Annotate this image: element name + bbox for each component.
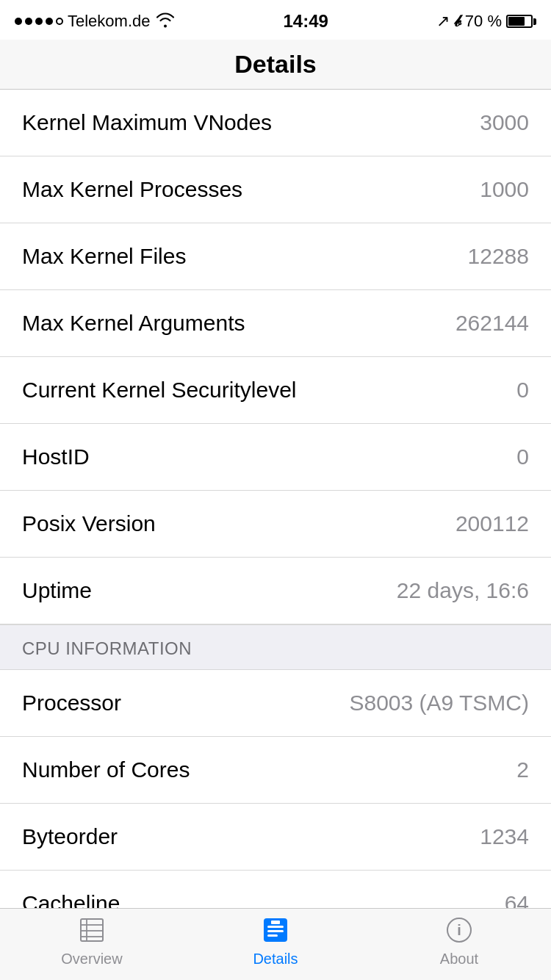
row-label: Number of Cores	[22, 757, 190, 782]
row-value: 0	[516, 444, 529, 469]
tab-overview[interactable]: Overview	[0, 914, 184, 968]
tab-details[interactable]: Details	[184, 914, 367, 968]
row-value: 262144	[455, 311, 529, 336]
table-row: Posix Version200112	[0, 491, 551, 558]
overview-icon	[76, 914, 108, 946]
row-label: Byteorder	[22, 824, 118, 849]
svg-rect-6	[267, 926, 284, 928]
tab-bar: Overview Details i About	[0, 908, 551, 980]
nav-bar: Details	[0, 40, 551, 90]
tab-about-label: About	[440, 951, 478, 968]
table-row: Kernel Maximum VNodes3000	[0, 90, 551, 156]
row-value: 200112	[455, 511, 529, 536]
status-left: Telekom.de	[15, 12, 176, 32]
svg-rect-9	[271, 920, 280, 924]
row-label: Uptime	[22, 578, 92, 603]
row-label: Max Kernel Arguments	[22, 311, 245, 336]
row-value: 3000	[480, 110, 529, 135]
location-icon: ↗	[436, 12, 450, 31]
table-row: Byteorder1234	[0, 804, 551, 871]
signal-dot-1	[15, 18, 22, 25]
details-icon	[259, 914, 292, 946]
row-label: Max Kernel Files	[22, 244, 186, 269]
cpu-section-header: CPU INFORMATION	[0, 624, 551, 670]
table-row: Uptime22 days, 16:6	[0, 558, 551, 624]
page-title: Details	[234, 50, 317, 78]
table-row: Max Kernel Files12288	[0, 223, 551, 290]
time-display: 14:49	[283, 11, 328, 32]
table-row: Max Kernel Arguments262144	[0, 290, 551, 357]
table-row: Number of Cores2	[0, 737, 551, 804]
row-label: Posix Version	[22, 511, 156, 536]
battery-percent: 70 %	[465, 12, 502, 31]
tab-overview-label: Overview	[61, 951, 122, 968]
table-row: Max Kernel Processes1000	[0, 156, 551, 223]
bluetooth-icon: 𝒷	[454, 12, 461, 31]
row-value: 0	[516, 378, 529, 403]
about-icon: i	[443, 914, 475, 946]
wifi-icon	[155, 12, 176, 32]
row-value: 1000	[480, 177, 529, 202]
table-row: ProcessorS8003 (A9 TSMC)	[0, 670, 551, 737]
signal-dot-4	[46, 18, 53, 25]
row-label: Max Kernel Processes	[22, 177, 242, 202]
signal-dot-5	[56, 18, 63, 25]
signal-dot-2	[25, 18, 32, 25]
row-label: Current Kernel Securitylevel	[22, 378, 297, 403]
cpu-section-header-text: CPU INFORMATION	[22, 638, 192, 658]
row-label: HostID	[22, 444, 90, 469]
svg-rect-7	[267, 930, 284, 932]
table-row: Current Kernel Securitylevel0	[0, 357, 551, 424]
row-value: 1234	[480, 824, 529, 849]
row-value: 12288	[468, 244, 529, 269]
signal-dots	[15, 18, 63, 25]
row-label: Processor	[22, 691, 121, 716]
svg-rect-8	[267, 934, 278, 937]
row-value: 22 days, 16:6	[397, 578, 529, 603]
battery-icon	[506, 15, 536, 28]
status-bar: Telekom.de 14:49 ↗ 𝒷 70 %	[0, 0, 551, 40]
svg-rect-0	[81, 919, 103, 941]
tab-details-label: Details	[253, 951, 298, 968]
table-row: HostID0	[0, 424, 551, 491]
battery-container: ↗ 𝒷 70 %	[436, 12, 536, 31]
row-value: 2	[516, 757, 529, 782]
row-label: Kernel Maximum VNodes	[22, 110, 272, 135]
row-value: S8003 (A9 TSMC)	[349, 691, 529, 716]
signal-dot-3	[35, 18, 43, 25]
carrier-label: Telekom.de	[68, 12, 151, 31]
content-area: Kernel Maximum VNodes3000Max Kernel Proc…	[0, 90, 551, 937]
svg-text:i: i	[457, 922, 461, 938]
tab-about[interactable]: i About	[367, 914, 551, 968]
